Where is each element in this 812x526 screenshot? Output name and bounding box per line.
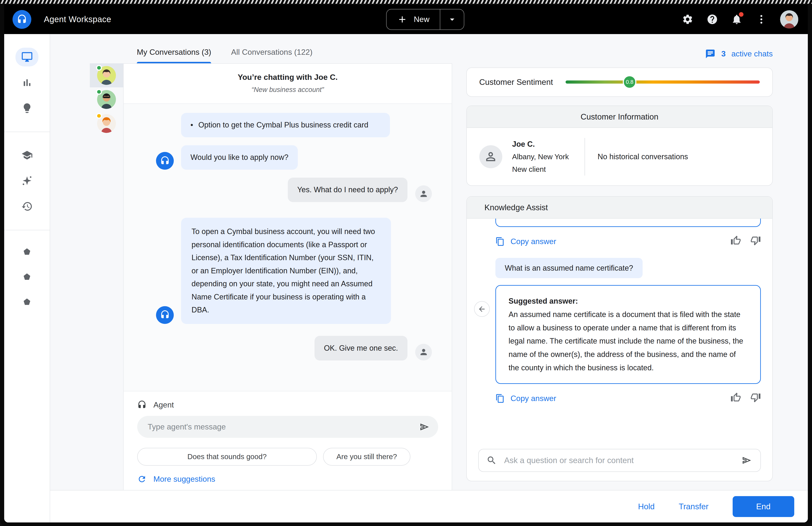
content-area: My Conversations (3) All Conversations (… xyxy=(4,34,808,523)
agent-label-row: Agent xyxy=(137,400,438,410)
tab-my-conversations[interactable]: My Conversations (3) xyxy=(137,48,211,63)
chat-panel: You’re chatting with Joe C. “New busines… xyxy=(123,63,452,490)
customer-profile-avatar xyxy=(479,145,502,168)
agent-label: Agent xyxy=(154,400,174,409)
assist-column: 3 active chats Customer Sentiment 0.8 xyxy=(466,48,773,490)
sidebar-item-assist[interactable] xyxy=(15,171,39,190)
notification-dot xyxy=(739,12,744,17)
sidebar-item-knowledge[interactable] xyxy=(15,146,39,165)
help-button[interactable] xyxy=(707,14,718,25)
tab-all-conversations[interactable]: All Conversations (122) xyxy=(231,48,313,63)
customer-information-body: Joe C. Albany, New York New client No hi… xyxy=(467,128,772,185)
customer-information-title: Customer Information xyxy=(467,106,772,128)
topbar-center: New xyxy=(111,9,682,30)
agent-avatar xyxy=(156,152,174,170)
suggestion-chip[interactable]: Does that sounds good? xyxy=(137,448,317,466)
agent-composer: Agent Does that so xyxy=(124,391,452,490)
call-controls-bar: Hold Transfer End xyxy=(50,490,808,523)
more-suggestions-button[interactable]: More suggestions xyxy=(137,474,215,484)
bullet: • xyxy=(190,118,193,132)
chat-header: You’re chatting with Joe C. “New busines… xyxy=(124,64,452,104)
agent-message-input[interactable] xyxy=(148,422,418,431)
conversation-thread-2[interactable] xyxy=(90,87,123,111)
presence-dot xyxy=(96,65,102,71)
person-icon xyxy=(419,347,428,357)
presence-dot xyxy=(96,113,102,119)
message-row: Yes. What do I need to apply? xyxy=(133,177,443,202)
message-row: OK. Give me one sec. xyxy=(133,336,443,360)
more-options-button[interactable] xyxy=(756,14,767,25)
thumb-down-button[interactable] xyxy=(750,235,761,247)
pentagon-icon xyxy=(23,247,31,256)
new-button-label: New xyxy=(414,15,430,24)
avatar xyxy=(97,114,116,133)
thumb-up-button[interactable] xyxy=(730,392,741,404)
sentiment-score-marker: 0.8 xyxy=(623,75,636,89)
chat-subtitle: “New business account” xyxy=(129,86,447,94)
sidebar-item-app-1[interactable] xyxy=(15,244,39,259)
answer-feedback xyxy=(730,235,761,247)
sidebar-item-app-2[interactable] xyxy=(15,269,39,285)
customer-history: No historical conversations xyxy=(585,152,760,161)
new-button[interactable]: New xyxy=(387,10,440,29)
suggested-answer-box: Suggested answer: An assumed name certif… xyxy=(495,285,761,384)
pentagon-icon xyxy=(23,298,31,306)
suggestion-chip[interactable]: Are you still there? xyxy=(323,448,410,466)
sidebar-item-conversations[interactable] xyxy=(15,48,39,67)
customer-avatar xyxy=(415,344,432,360)
conversation-thread-joe[interactable] xyxy=(90,63,123,87)
transfer-button[interactable]: Transfer xyxy=(679,502,709,511)
send-message-button[interactable] xyxy=(418,421,431,433)
sidebar-item-app-3[interactable] xyxy=(15,294,39,310)
thumb-up-button[interactable] xyxy=(730,235,741,247)
agent-workspace-app: Agent Workspace New xyxy=(4,5,808,523)
new-dropdown-button[interactable] xyxy=(440,10,464,29)
notifications-button[interactable] xyxy=(731,14,742,25)
settings-icon xyxy=(682,14,693,25)
sidebar-divider xyxy=(4,132,50,132)
end-button[interactable]: End xyxy=(733,496,794,517)
sentiment-track: 0.8 xyxy=(566,75,760,89)
sidebar-item-insights[interactable] xyxy=(15,99,39,118)
hold-button[interactable]: Hold xyxy=(638,502,655,511)
help-icon xyxy=(707,14,718,25)
message-input-container xyxy=(137,416,438,438)
app-logo xyxy=(13,10,31,29)
copy-icon xyxy=(495,237,505,246)
new-conversation-split-button: New xyxy=(386,9,464,30)
customer-name: Joe C. xyxy=(512,138,569,151)
settings-button[interactable] xyxy=(682,14,693,25)
sparkle-icon xyxy=(21,175,33,186)
user-avatar[interactable] xyxy=(780,10,798,29)
knowledge-assist-title: Knowledge Assist xyxy=(467,197,772,218)
sidebar-item-analytics[interactable] xyxy=(15,73,39,92)
customer-information-card: Customer Information Joe C. Albany, New … xyxy=(466,105,773,186)
knowledge-assist-body: Copy answer xyxy=(467,218,772,481)
user-question-bubble: What is an assumed name certificate? xyxy=(495,258,643,278)
knowledge-search-submit-button[interactable] xyxy=(741,454,753,467)
copy-answer-label: Copy answer xyxy=(511,237,556,246)
chat-transcript[interactable]: • Option to get the Cymbal Plus business… xyxy=(124,104,452,391)
copy-answer-button[interactable]: Copy answer xyxy=(495,394,556,403)
school-icon xyxy=(21,150,33,161)
conversation-thread-3[interactable] xyxy=(90,111,123,136)
chat-title: You’re chatting with Joe C. xyxy=(129,73,447,82)
smart-reply-chips: Does that sounds good? Are you still the… xyxy=(137,448,438,466)
sidebar-item-history[interactable] xyxy=(15,197,39,216)
avatar xyxy=(97,66,116,85)
person-icon xyxy=(484,150,497,164)
copy-answer-button[interactable]: Copy answer xyxy=(495,237,556,246)
knowledge-search-input[interactable] xyxy=(504,456,733,465)
knowledge-search-container xyxy=(478,449,761,472)
knowledge-assist-scroll[interactable]: Copy answer xyxy=(478,218,761,404)
previous-answer-button[interactable] xyxy=(474,301,490,317)
active-chats-indicator: 3 active chats xyxy=(466,48,773,60)
search-icon xyxy=(487,455,497,466)
lightbulb-icon xyxy=(21,102,33,114)
thumb-down-button[interactable] xyxy=(750,392,761,404)
headset-icon xyxy=(137,400,147,410)
copy-icon xyxy=(495,394,505,403)
arrow-left-icon xyxy=(478,305,486,313)
avatar xyxy=(97,90,116,109)
agent-message-bubble: • Option to get the Cymbal Plus business… xyxy=(181,113,390,138)
